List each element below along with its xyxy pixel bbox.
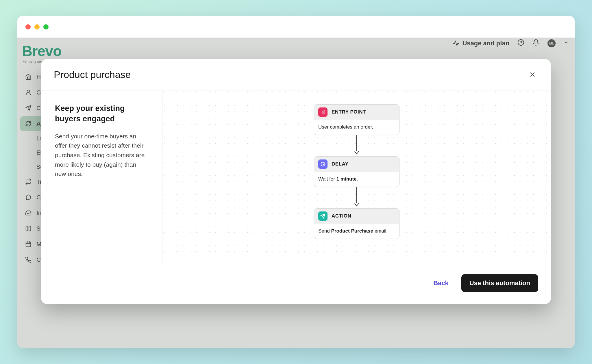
entry-icon	[318, 107, 328, 117]
text: email.	[373, 228, 388, 234]
traffic-close-icon[interactable]	[25, 24, 31, 29]
card-title: DELAY	[332, 161, 349, 167]
card-header: ENTRY POINT	[314, 105, 399, 120]
modal-body: Keep your existing buyers engaged Send y…	[41, 90, 551, 262]
arrow-down-icon	[354, 151, 359, 155]
description-heading: Keep your existing buyers engaged	[55, 103, 148, 124]
modal-description: Keep your existing buyers engaged Send y…	[41, 90, 162, 262]
text: .	[357, 176, 358, 182]
traffic-max-icon[interactable]	[43, 24, 49, 29]
flow-delay[interactable]: DELAY Wait for 1 minute.	[314, 156, 399, 187]
traffic-min-icon[interactable]	[34, 24, 40, 29]
card-header: DELAY	[314, 157, 399, 172]
flow-canvas: ENTRY POINT User completes an order. DEL…	[162, 90, 551, 262]
text-bold: Product Purchase	[331, 228, 373, 234]
card-body: User completes an order.	[314, 120, 399, 135]
text: Send	[318, 228, 331, 234]
app-body: Usage and plan ML Brevo Formerly send Ho…	[17, 38, 575, 348]
card-body: Send Product Purchase email.	[314, 224, 399, 239]
text: Wait for	[318, 176, 336, 182]
app-window: Usage and plan ML Brevo Formerly send Ho…	[17, 16, 575, 348]
card-title: ENTRY POINT	[332, 109, 366, 115]
back-button[interactable]: Back	[426, 275, 456, 291]
modal: Product purchase Keep your existing buye…	[41, 59, 551, 304]
close-icon	[529, 71, 536, 78]
action-icon	[318, 211, 328, 221]
description-text: Send your one-time buyers an offer they …	[55, 132, 148, 179]
card-body: Wait for 1 minute.	[314, 172, 399, 187]
text-bold: 1 minute	[336, 176, 357, 182]
close-button[interactable]	[527, 69, 538, 80]
mac-titlebar	[17, 16, 575, 38]
clock-icon	[318, 159, 328, 169]
arrow-down-icon	[354, 203, 359, 207]
modal-title: Product purchase	[54, 69, 131, 80]
use-automation-button[interactable]: Use this automation	[461, 274, 538, 292]
modal-header: Product purchase	[41, 59, 551, 90]
modal-footer: Back Use this automation	[41, 262, 551, 304]
card-header: ACTION	[314, 209, 399, 224]
flow-entry-point[interactable]: ENTRY POINT User completes an order.	[314, 104, 399, 135]
flow-action[interactable]: ACTION Send Product Purchase email.	[314, 208, 399, 239]
card-title: ACTION	[332, 213, 351, 219]
